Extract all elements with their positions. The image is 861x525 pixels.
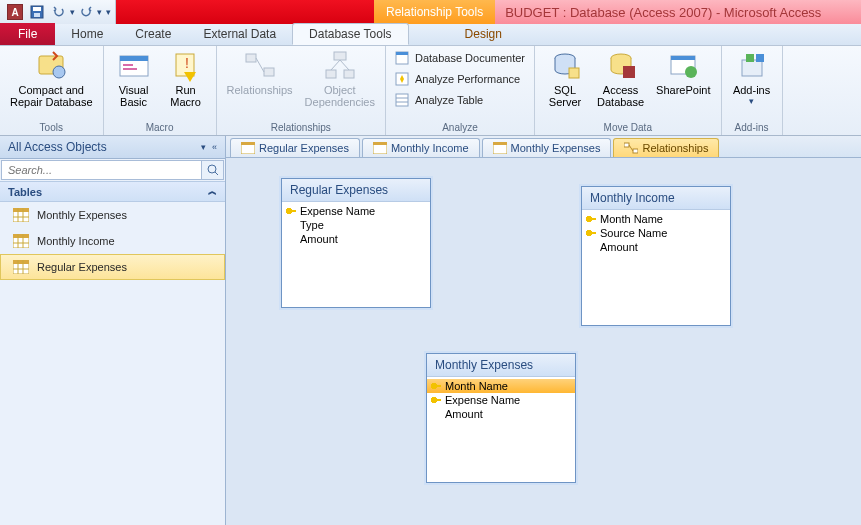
compact-repair-label: Compact and Repair Database xyxy=(10,84,93,108)
access-database-label: Access Database xyxy=(597,84,644,108)
access-database-button[interactable]: Access Database xyxy=(593,48,648,110)
tab-external-data[interactable]: External Data xyxy=(187,23,292,45)
svg-rect-60 xyxy=(624,143,629,147)
run-macro-label: Run Macro xyxy=(170,84,201,108)
table-window-title: Monthly Income xyxy=(582,187,730,210)
redo-dropdown-icon[interactable]: ▾ xyxy=(97,7,102,17)
undo-dropdown-icon[interactable]: ▾ xyxy=(70,7,75,17)
svg-rect-8 xyxy=(123,68,137,70)
group-macro: Visual Basic ! Run Macro Macro xyxy=(104,46,217,135)
sql-server-button[interactable]: SQL Server xyxy=(541,48,589,110)
nav-collapse-icon[interactable]: « xyxy=(212,142,217,152)
group-relationships: Relationships Object Dependencies Relati… xyxy=(217,46,386,135)
svg-line-18 xyxy=(331,60,340,70)
svg-rect-6 xyxy=(120,56,148,61)
nav-item-label: Monthly Expenses xyxy=(37,209,127,221)
field-amount[interactable]: Amount xyxy=(427,407,575,421)
database-documenter-button[interactable]: Database Documenter xyxy=(392,48,528,68)
svg-rect-28 xyxy=(569,68,579,78)
svg-rect-45 xyxy=(13,234,29,238)
svg-rect-30 xyxy=(623,66,635,78)
nav-filter-dropdown-icon[interactable]: ▾ xyxy=(201,142,206,152)
title-bar: A ▾ ▾ ▾ Relationship Tools BUDGET : Data… xyxy=(0,0,861,24)
visual-basic-label: Visual Basic xyxy=(119,84,149,108)
search-input[interactable] xyxy=(2,161,201,179)
doctab-monthly-income[interactable]: Monthly Income xyxy=(362,138,480,157)
tab-create[interactable]: Create xyxy=(119,23,187,45)
svg-rect-7 xyxy=(123,64,133,66)
svg-point-4 xyxy=(53,66,65,78)
svg-line-19 xyxy=(340,60,349,70)
field-expense-name[interactable]: Expense Name xyxy=(427,393,575,407)
nav-header-title: All Access Objects xyxy=(8,140,107,154)
svg-rect-40 xyxy=(13,208,29,212)
analyze-table-button[interactable]: Analyze Table xyxy=(392,90,528,110)
main-area: All Access Objects ▾ « Tables ︽ Monthly … xyxy=(0,136,861,525)
object-dependencies-button[interactable]: Object Dependencies xyxy=(301,48,379,110)
doctab-monthly-expenses[interactable]: Monthly Expenses xyxy=(482,138,612,157)
sharepoint-button[interactable]: SharePoint xyxy=(652,48,714,98)
group-macro-label: Macro xyxy=(110,121,210,134)
undo-icon[interactable] xyxy=(50,3,68,21)
nav-section-label: Tables xyxy=(8,186,42,198)
svg-rect-34 xyxy=(742,60,762,76)
compact-repair-button[interactable]: Compact and Repair Database xyxy=(6,48,97,110)
table-window-title: Monthly Expenses xyxy=(427,354,575,377)
doctab-regular-expenses[interactable]: Regular Expenses xyxy=(230,138,360,157)
save-icon[interactable] xyxy=(28,3,46,21)
sharepoint-label: SharePoint xyxy=(656,84,710,96)
group-addins-label: Add-ins xyxy=(728,121,776,134)
group-tools: Compact and Repair Database Tools xyxy=(0,46,104,135)
nav-header[interactable]: All Access Objects ▾ « xyxy=(0,136,225,159)
table-window-regular-expenses[interactable]: Regular Expenses Expense Name Type Amoun… xyxy=(281,178,431,308)
addins-button[interactable]: Add-ins ▾ xyxy=(728,48,776,108)
doctab-label: Monthly Income xyxy=(391,142,469,154)
svg-line-62 xyxy=(629,145,633,151)
field-type[interactable]: Type xyxy=(282,218,430,232)
field-month-name[interactable]: Month Name xyxy=(427,379,575,393)
search-icon[interactable] xyxy=(201,161,223,179)
nav-item-monthly-income[interactable]: Monthly Income xyxy=(0,228,225,254)
analyze-performance-button[interactable]: Analyze Performance xyxy=(392,69,528,89)
tab-home[interactable]: Home xyxy=(55,23,119,45)
relationships-button[interactable]: Relationships xyxy=(223,48,297,98)
doctab-label: Relationships xyxy=(642,142,708,154)
field-source-name[interactable]: Source Name xyxy=(582,226,730,240)
field-month-name[interactable]: Month Name xyxy=(582,212,730,226)
chevron-up-icon: ︽ xyxy=(208,185,217,198)
nav-item-label: Monthly Income xyxy=(37,235,115,247)
nav-section-tables[interactable]: Tables ︽ xyxy=(0,181,225,202)
group-analyze: Database Documenter Analyze Performance … xyxy=(386,46,535,135)
svg-line-38 xyxy=(215,172,218,175)
visual-basic-button[interactable]: Visual Basic xyxy=(110,48,158,110)
table-window-monthly-expenses[interactable]: Monthly Expenses Month Name Expense Name… xyxy=(426,353,576,483)
group-analyze-label: Analyze xyxy=(392,121,528,134)
tab-design[interactable]: Design xyxy=(449,23,518,45)
doctab-label: Monthly Expenses xyxy=(511,142,601,154)
qat-customize-icon[interactable]: ▾ xyxy=(106,7,111,17)
document-tabs: Regular Expenses Monthly Income Monthly … xyxy=(226,136,861,158)
tab-database-tools[interactable]: Database Tools xyxy=(292,23,409,45)
svg-point-37 xyxy=(208,165,216,173)
sql-server-label: SQL Server xyxy=(549,84,581,108)
nav-item-monthly-expenses[interactable]: Monthly Expenses xyxy=(0,202,225,228)
doctab-relationships[interactable]: Relationships xyxy=(613,138,719,157)
table-window-body: Month Name Source Name Amount xyxy=(582,210,730,290)
doctab-label: Regular Expenses xyxy=(259,142,349,154)
svg-rect-17 xyxy=(344,70,354,78)
relationships-canvas[interactable]: Regular Expenses Expense Name Type Amoun… xyxy=(226,158,861,525)
svg-rect-1 xyxy=(33,7,41,11)
field-amount[interactable]: Amount xyxy=(582,240,730,254)
nav-item-label: Regular Expenses xyxy=(37,261,127,273)
field-expense-name[interactable]: Expense Name xyxy=(282,204,430,218)
nav-search xyxy=(1,160,224,180)
redo-icon[interactable] xyxy=(77,3,95,21)
svg-rect-16 xyxy=(326,70,336,78)
window-title: BUDGET : Database (Access 2007) - Micros… xyxy=(495,0,861,24)
run-macro-button[interactable]: ! Run Macro xyxy=(162,48,210,110)
table-window-monthly-income[interactable]: Monthly Income Month Name Source Name Am… xyxy=(581,186,731,326)
tab-file[interactable]: File xyxy=(0,23,55,45)
field-amount[interactable]: Amount xyxy=(282,232,430,246)
svg-text:!: ! xyxy=(185,55,189,71)
nav-item-regular-expenses[interactable]: Regular Expenses xyxy=(0,254,225,280)
